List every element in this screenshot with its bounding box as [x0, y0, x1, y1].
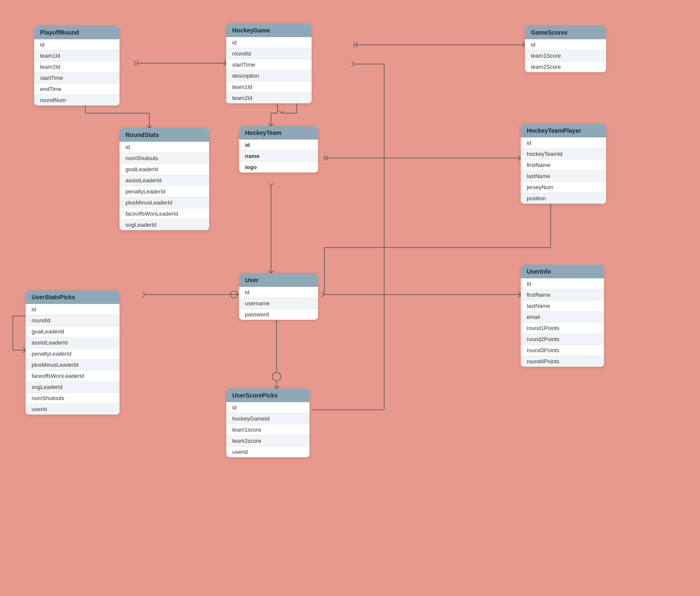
- table-row: numShutouts: [26, 393, 120, 404]
- table-row: jerseyNum: [521, 182, 606, 193]
- table-row: hockeyTeamId: [521, 149, 606, 160]
- table-row: plusMinusLeaderId: [120, 197, 209, 208]
- svg-line-33: [271, 183, 274, 186]
- table-row: id: [521, 137, 606, 149]
- svg-point-44: [272, 372, 281, 381]
- svg-line-65: [282, 111, 284, 113]
- table-row: penaltyLeaderId: [26, 348, 120, 359]
- table-row: id: [239, 287, 318, 298]
- table-user-score-picks: UserScorePicks id hockeyGameId team1scor…: [226, 389, 309, 457]
- table-hockey-team-player: HockeyTeamPlayer id hockeyTeamId firstNa…: [521, 124, 606, 204]
- table-row: roundNum: [34, 95, 120, 105]
- svg-line-32: [268, 183, 271, 186]
- table-row: lastName: [521, 171, 606, 182]
- svg-line-37: [143, 295, 145, 297]
- table-row: team2Id: [226, 93, 312, 103]
- table-row: assistLeaderId: [120, 175, 209, 186]
- table-header-user: User: [239, 273, 318, 287]
- table-row: goalLeaderId: [26, 326, 120, 337]
- table-row: firstName: [521, 160, 606, 171]
- table-row: assistLeaderId: [26, 337, 120, 348]
- table-row: id: [525, 39, 606, 50]
- table-user: User id username password: [239, 273, 318, 320]
- table-row: team2Id: [34, 61, 120, 73]
- table-user-info: UserInfo id firstName lastName email rou…: [521, 265, 604, 367]
- table-row: faceoffsWonLeaderId: [120, 208, 209, 219]
- table-header-hockey-game: HockeyGame: [226, 23, 312, 37]
- table-row: id: [226, 37, 312, 48]
- table-row: numShutouts: [120, 153, 209, 164]
- table-row: logo: [239, 162, 318, 172]
- table-hockey-team: HockeyTeam id name logo: [239, 126, 318, 172]
- svg-line-64: [279, 111, 282, 113]
- table-row: userId: [26, 404, 120, 415]
- table-header-hockey-team-player: HockeyTeamPlayer: [521, 124, 606, 137]
- table-row: name: [239, 151, 318, 162]
- table-row: team1Score: [525, 50, 606, 61]
- table-row: round3Points: [521, 345, 604, 356]
- table-row: sogLeaderId: [26, 382, 120, 393]
- table-row: penaltyLeaderId: [120, 186, 209, 197]
- table-row: position: [521, 193, 606, 204]
- table-row: endTime: [34, 84, 120, 95]
- table-row: id: [226, 402, 309, 413]
- table-row: startTime: [226, 59, 312, 70]
- table-header-user-stats-picks: UserStatsPicks: [26, 290, 120, 304]
- table-row: sogLeaderId: [120, 219, 209, 230]
- table-game-scores: GameScores id team1Score team2Score: [525, 26, 606, 72]
- table-header-game-scores: GameScores: [525, 26, 606, 39]
- table-row: id: [26, 304, 120, 315]
- table-row: roundId: [226, 48, 312, 59]
- table-row: description: [226, 70, 312, 82]
- table-user-stats-picks: UserStatsPicks id roundId goalLeaderId a…: [26, 290, 120, 415]
- table-row: team1Id: [34, 50, 120, 61]
- table-row: startTime: [34, 73, 120, 84]
- table-round-stats: RoundStats id numShutouts goalLeaderId a…: [120, 128, 209, 230]
- table-header-round-stats: RoundStats: [120, 128, 209, 142]
- svg-point-35: [230, 291, 237, 298]
- svg-line-50: [322, 295, 324, 297]
- er-diagram: PlayoffRound id team1Id team2Id startTim…: [0, 0, 700, 596]
- table-row: id: [120, 142, 209, 153]
- table-row: id: [239, 140, 318, 151]
- svg-line-58: [352, 64, 354, 67]
- table-row: plusMinusLeaderId: [26, 359, 120, 371]
- table-row: round4Points: [521, 356, 604, 367]
- table-row: team2Score: [525, 61, 606, 72]
- svg-line-36: [143, 292, 145, 295]
- table-row: team2score: [226, 435, 309, 447]
- table-row: hockeyGameId: [226, 413, 309, 424]
- table-playoff-round: PlayoffRound id team1Id team2Id startTim…: [34, 26, 120, 105]
- table-header-user-score-picks: UserScorePicks: [226, 389, 309, 402]
- table-row: team1score: [226, 424, 309, 435]
- table-row: faceoffsWonLeaderId: [26, 371, 120, 382]
- table-row: id: [34, 39, 120, 50]
- table-row: round1Points: [521, 323, 604, 334]
- table-row: email: [521, 312, 604, 323]
- table-row: round2Points: [521, 334, 604, 345]
- table-row: id: [521, 278, 604, 289]
- svg-line-49: [322, 292, 324, 295]
- table-row: lastName: [521, 301, 604, 312]
- table-row: password: [239, 309, 318, 320]
- table-row: userId: [226, 447, 309, 457]
- table-row: team1Id: [226, 82, 312, 93]
- svg-line-57: [352, 61, 354, 64]
- table-row: goalLeaderId: [120, 164, 209, 175]
- table-row: firstName: [521, 289, 604, 301]
- table-header-user-info: UserInfo: [521, 265, 604, 278]
- table-row: username: [239, 298, 318, 309]
- table-header-playoff-round: PlayoffRound: [34, 26, 120, 39]
- table-header-hockey-team: HockeyTeam: [239, 126, 318, 140]
- table-row: roundId: [26, 315, 120, 326]
- table-hockey-game: HockeyGame id roundId startTime descript…: [226, 23, 312, 103]
